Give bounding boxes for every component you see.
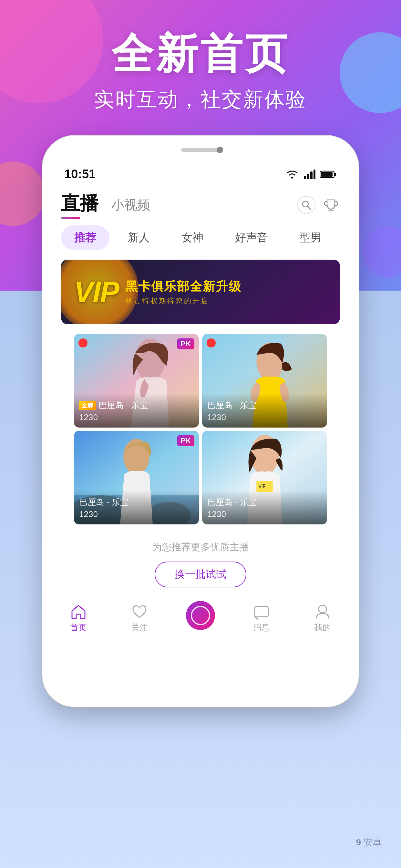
stream-count-2: 1230 bbox=[207, 412, 322, 423]
refresh-button[interactable]: 换一批试试 bbox=[155, 562, 246, 587]
category-tabs: 推荐 新人 女神 好声音 型男 bbox=[48, 222, 353, 256]
search-icon bbox=[301, 200, 312, 210]
stream-count-3: 1230 bbox=[79, 509, 194, 519]
tab-mine-label: 我的 bbox=[314, 622, 331, 633]
live-button-inner bbox=[191, 606, 210, 625]
svg-rect-27 bbox=[255, 607, 268, 617]
speaker bbox=[181, 148, 220, 152]
recommend-text: 为您推荐更多优质主播 bbox=[48, 540, 353, 554]
svg-line-9 bbox=[308, 206, 311, 209]
tab-xingnan[interactable]: 型男 bbox=[286, 225, 335, 250]
gold-badge-1: 金牌 bbox=[79, 401, 96, 410]
stream-card-1-overlay: 金牌 巴厘岛 - 乐宝 1230 bbox=[74, 393, 199, 428]
stream-card-2-red-dot bbox=[207, 338, 216, 347]
notch bbox=[152, 142, 249, 158]
stream-count-1: 1230 bbox=[79, 412, 194, 423]
app-content: 直播 小视频 bbox=[48, 184, 353, 701]
hero-title: 全新首页 bbox=[0, 26, 401, 83]
tab-xinren[interactable]: 新人 bbox=[115, 225, 163, 250]
stream-card-2[interactable]: 巴厘岛 - 乐宝 1230 bbox=[202, 334, 327, 428]
tab-home[interactable]: 首页 bbox=[48, 604, 109, 633]
message-icon bbox=[253, 604, 270, 620]
tab-nvshen[interactable]: 女神 bbox=[168, 225, 217, 250]
svg-point-0 bbox=[291, 177, 293, 179]
trophy-icon bbox=[324, 198, 338, 212]
tab-message[interactable]: 消息 bbox=[231, 604, 292, 633]
svg-rect-6 bbox=[334, 173, 336, 176]
wifi-icon bbox=[285, 169, 299, 179]
svg-point-29 bbox=[319, 605, 327, 613]
stream-card-4-overlay: 巴厘岛 - 乐宝 1230 bbox=[202, 490, 327, 524]
vip-text: VIP bbox=[74, 275, 119, 309]
nav-title: 直播 bbox=[61, 192, 98, 213]
tab-live[interactable] bbox=[170, 608, 231, 630]
stream-name-2: 巴厘岛 - 乐宝 bbox=[207, 400, 257, 411]
svg-rect-7 bbox=[321, 172, 333, 177]
stream-card-1[interactable]: PK 金牌 巴厘岛 - 乐宝 1230 bbox=[74, 334, 199, 428]
nav-subtitle: 小视频 bbox=[112, 196, 150, 214]
stream-card-3-pk-badge: PK bbox=[177, 435, 194, 446]
stream-count-4: 1230 bbox=[207, 509, 322, 519]
pk-badge-1: PK bbox=[177, 338, 194, 349]
vip-desc: 黑卡俱乐部全新升级 尊贵特权期待您的开启 bbox=[125, 278, 242, 306]
vip-sub-text: 尊贵特权期待您的开启 bbox=[125, 296, 242, 306]
nav-title-group: 直播 bbox=[61, 191, 98, 219]
live-button[interactable] bbox=[186, 601, 215, 630]
trophy-button[interactable] bbox=[322, 196, 340, 214]
stream-grid: PK 金牌 巴厘岛 - 乐宝 1230 bbox=[61, 334, 340, 524]
pk-badge-3: PK bbox=[177, 435, 194, 446]
svg-rect-1 bbox=[304, 176, 306, 179]
bottom-tabbar: 首页 关注 bbox=[48, 597, 353, 643]
stream-card-4[interactable]: VIP 巴厘岛 - 乐宝 1230 bbox=[202, 431, 327, 524]
svg-text:VIP: VIP bbox=[258, 484, 266, 489]
stream-name-1: 巴厘岛 - 乐宝 bbox=[98, 400, 148, 411]
tab-follow-label: 关注 bbox=[131, 622, 148, 633]
status-time: 10:51 bbox=[64, 167, 96, 181]
status-bar: 10:51 bbox=[48, 161, 353, 184]
tab-haoshengyin[interactable]: 好声音 bbox=[222, 225, 281, 250]
tab-follow[interactable]: 关注 bbox=[109, 604, 170, 633]
stream-card-3-overlay: 巴厘岛 - 乐宝 1230 bbox=[74, 490, 199, 524]
watermark-brand: 安卓 bbox=[364, 836, 382, 848]
stream-card-1-pk-badge: PK bbox=[177, 338, 194, 349]
camera bbox=[217, 147, 223, 153]
stream-name-4: 巴厘岛 - 乐宝 bbox=[207, 497, 257, 508]
user-icon bbox=[314, 604, 331, 620]
vip-main-text: 黑卡俱乐部全新升级 bbox=[125, 278, 242, 295]
watermark: 9 安卓 bbox=[356, 836, 382, 848]
tab-tuijian[interactable]: 推荐 bbox=[61, 225, 110, 250]
hero-section: 全新首页 实时互动，社交新体验 bbox=[0, 26, 401, 113]
home-icon bbox=[70, 604, 87, 620]
status-icons bbox=[285, 169, 337, 179]
tab-mine[interactable]: 我的 bbox=[292, 604, 353, 633]
vip-banner[interactable]: VIP 黑卡俱乐部全新升级 尊贵特权期待您的开启 bbox=[61, 259, 340, 324]
stream-card-3[interactable]: PK 巴厘岛 - 乐宝 1230 bbox=[74, 431, 199, 524]
tab-message-label: 消息 bbox=[253, 622, 270, 633]
heart-icon bbox=[131, 604, 148, 620]
watermark-number: 9 bbox=[356, 837, 361, 848]
recommend-section: 为您推荐更多优质主播 换一批试试 bbox=[48, 524, 353, 597]
nav-title-underline bbox=[61, 217, 81, 219]
svg-rect-3 bbox=[310, 172, 312, 179]
stream-name-3: 巴厘岛 - 乐宝 bbox=[79, 497, 128, 508]
stream-card-2-overlay: 巴厘岛 - 乐宝 1230 bbox=[202, 393, 327, 428]
svg-rect-4 bbox=[313, 169, 315, 179]
signal-icon bbox=[304, 169, 315, 179]
phone-outer: 10:51 bbox=[42, 135, 359, 707]
stream-card-1-red-dot bbox=[79, 338, 88, 347]
tab-home-label: 首页 bbox=[70, 622, 87, 633]
phone-inner: 10:51 bbox=[48, 142, 353, 701]
phone-mockup: 10:51 bbox=[42, 135, 359, 707]
search-button[interactable] bbox=[297, 196, 315, 214]
svg-rect-2 bbox=[307, 174, 309, 179]
hero-subtitle: 实时互动，社交新体验 bbox=[0, 86, 401, 113]
top-nav: 直播 小视频 bbox=[48, 184, 353, 222]
battery-icon bbox=[320, 170, 337, 179]
